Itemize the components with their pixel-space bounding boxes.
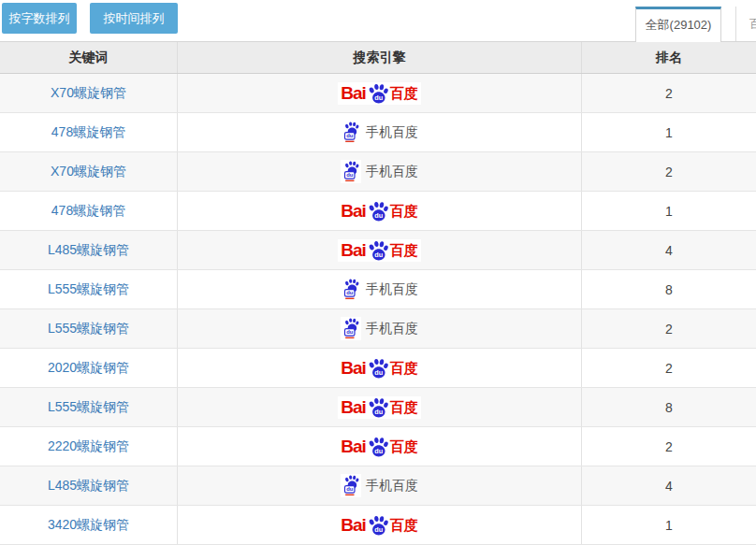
baidu-pc-logo: Bai du 百度 <box>338 436 421 458</box>
baidu-pc-logo: Bai du 百度 <box>338 357 421 380</box>
table-row: X70螺旋钢管 Bai du 百度 <box>0 152 756 192</box>
engine-cell: Bai du 百度 <box>178 427 582 466</box>
table-row: 2020螺旋钢管 Bai du 百度 <box>0 349 756 388</box>
engine-cell: Bai du 百度 <box>178 506 582 544</box>
table-body: X70螺旋钢管 Bai du 百度 <box>0 74 756 545</box>
keyword-link[interactable]: L555螺旋钢管 <box>48 399 129 416</box>
engine-cell: Bai du 百度 <box>178 270 582 308</box>
svg-text:du: du <box>346 329 354 335</box>
baidu-pc-logo: Bai du 百度 <box>338 239 421 262</box>
baidu-paw-icon: du <box>367 201 389 222</box>
column-header-keyword: 关键词 <box>0 42 178 73</box>
column-header-rank: 排名 <box>582 42 756 73</box>
table-row: L485螺旋钢管 Bai du 百度 <box>0 466 756 506</box>
baidu-mobile-icon: du <box>341 121 361 144</box>
baidu-mobile-icon: du <box>341 317 361 340</box>
keyword-link[interactable]: 478螺旋钢管 <box>51 203 125 220</box>
keyword-link[interactable]: X70螺旋钢管 <box>51 164 126 180</box>
rank-value: 1 <box>582 192 756 230</box>
baidu-mobile-logo: du 手机百度 <box>341 278 418 301</box>
svg-text:du: du <box>374 408 383 416</box>
rank-value: 1 <box>582 506 756 544</box>
keyword-link[interactable]: L555螺旋钢管 <box>48 281 129 298</box>
svg-text:du: du <box>374 93 383 102</box>
keyword-cell: 478螺旋钢管 <box>0 192 178 230</box>
keyword-link[interactable]: L485螺旋钢管 <box>48 242 129 259</box>
rank-value: 2 <box>582 152 756 191</box>
baidu-mobile-icon: du <box>341 160 361 183</box>
sort-by-time-button[interactable]: 按时间排列 <box>90 3 178 34</box>
engine-cell: Bai du 百度 <box>178 349 582 387</box>
table-header-row: 关键词 搜索引擎 排名 <box>0 42 756 74</box>
keyword-cell: 2220螺旋钢管 <box>0 427 178 466</box>
keyword-link[interactable]: X70螺旋钢管 <box>51 85 126 102</box>
keyword-link[interactable]: 2220螺旋钢管 <box>48 438 129 455</box>
table-row: 478螺旋钢管 Bai du 百度 <box>0 192 756 231</box>
baidu-pc-logo: Bai du 百度 <box>338 514 421 537</box>
engine-cell: Bai du 百度 <box>178 309 582 348</box>
engine-cell: Bai du 百度 <box>178 231 582 269</box>
table-row: L485螺旋钢管 Bai du 百度 <box>0 231 756 270</box>
baidu-mobile-logo: du 手机百度 <box>341 474 418 497</box>
top-toolbar: 按字数排列 按时间排列 全部(29102) 百度 <box>0 0 756 42</box>
keyword-link[interactable]: L555螺旋钢管 <box>48 321 129 337</box>
keyword-cell: 3420螺旋钢管 <box>0 506 178 544</box>
engine-cell: Bai du 百度 <box>178 466 582 505</box>
keyword-cell: X70螺旋钢管 <box>0 152 178 191</box>
keyword-cell: L485螺旋钢管 <box>0 466 178 505</box>
tab-baidu[interactable]: 百度 <box>735 7 756 41</box>
baidu-mobile-logo: du 手机百度 <box>341 160 418 183</box>
keyword-link[interactable]: 478螺旋钢管 <box>51 124 125 141</box>
table-row: 3420螺旋钢管 Bai du 百度 <box>0 506 756 545</box>
keyword-link[interactable]: 2020螺旋钢管 <box>48 360 129 377</box>
engine-cell: Bai du 百度 <box>178 152 582 191</box>
keyword-cell: 2020螺旋钢管 <box>0 349 178 387</box>
rank-value: 4 <box>582 231 756 269</box>
rank-value: 2 <box>582 309 756 348</box>
table-row: L555螺旋钢管 Bai du 百度 <box>0 270 756 309</box>
svg-text:du: du <box>346 486 354 492</box>
baidu-pc-logo: Bai du 百度 <box>338 82 421 105</box>
keyword-cell: L555螺旋钢管 <box>0 388 178 426</box>
svg-text:du: du <box>346 290 354 295</box>
rank-value: 1 <box>582 113 756 151</box>
ranking-table: 关键词 搜索引擎 排名 X70螺旋钢管 Bai du <box>0 42 756 545</box>
engine-cell: Bai du 百度 <box>178 388 582 426</box>
keyword-cell: L485螺旋钢管 <box>0 231 178 269</box>
keyword-cell: 478螺旋钢管 <box>0 113 178 151</box>
keyword-link[interactable]: 3420螺旋钢管 <box>48 517 129 534</box>
rank-value: 2 <box>582 74 756 112</box>
keyword-cell: L555螺旋钢管 <box>0 270 178 308</box>
sort-by-words-button[interactable]: 按字数排列 <box>2 3 77 34</box>
svg-text:du: du <box>374 368 383 377</box>
baidu-paw-icon: du <box>367 240 389 261</box>
rank-value: 2 <box>582 427 756 466</box>
baidu-pc-logo: Bai du 百度 <box>338 200 421 222</box>
tab-all[interactable]: 全部(29102) <box>635 7 721 42</box>
svg-text:du: du <box>346 133 354 138</box>
baidu-mobile-logo: du 手机百度 <box>341 317 418 340</box>
table-row: 2220螺旋钢管 Bai du 百度 <box>0 427 756 466</box>
column-header-engine: 搜索引擎 <box>178 42 582 73</box>
rank-value: 8 <box>582 388 756 426</box>
svg-text:du: du <box>374 447 383 455</box>
svg-text:du: du <box>346 172 354 178</box>
baidu-paw-icon: du <box>367 358 389 379</box>
table-row: L555螺旋钢管 Bai du 百度 <box>0 388 756 427</box>
svg-text:du: du <box>374 251 383 259</box>
keyword-link[interactable]: L485螺旋钢管 <box>48 478 129 495</box>
table-row: X70螺旋钢管 Bai du 百度 <box>0 74 756 113</box>
svg-text:du: du <box>374 211 383 220</box>
engine-cell: Bai du 百度 <box>178 113 582 151</box>
baidu-pc-logo: Bai du 百度 <box>338 396 421 419</box>
engine-cell: Bai du 百度 <box>178 74 582 112</box>
table-row: 478螺旋钢管 Bai du 百度 <box>0 113 756 152</box>
baidu-paw-icon: du <box>367 83 389 104</box>
baidu-mobile-icon: du <box>341 474 361 497</box>
rank-value: 4 <box>582 466 756 505</box>
table-row: L555螺旋钢管 Bai du 百度 <box>0 309 756 349</box>
baidu-mobile-logo: du 手机百度 <box>341 121 418 144</box>
baidu-paw-icon: du <box>367 397 389 418</box>
keyword-cell: L555螺旋钢管 <box>0 309 178 348</box>
keyword-cell: X70螺旋钢管 <box>0 74 178 112</box>
